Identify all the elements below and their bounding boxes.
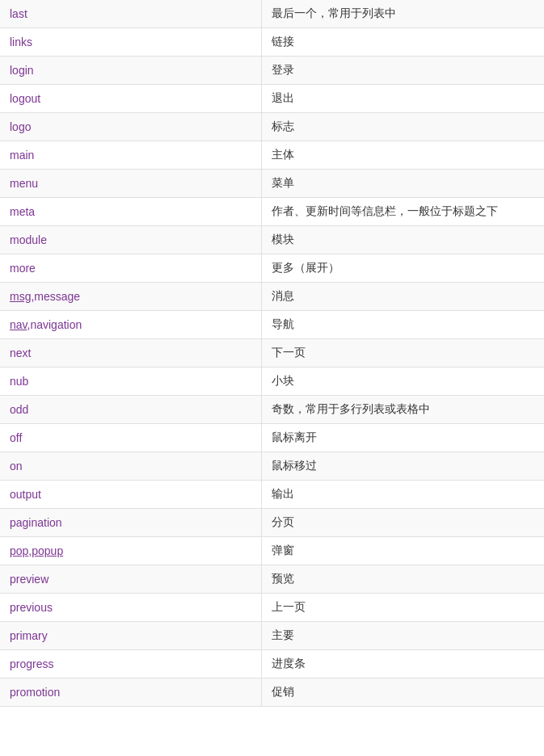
value-cell: 上一页	[261, 594, 544, 622]
table-row: progress进度条	[0, 650, 544, 678]
table-row: output输出	[0, 481, 544, 509]
key-cell: promotion	[0, 678, 261, 707]
table-row: nub小块	[0, 368, 544, 396]
key-link[interactable]: msg	[10, 290, 31, 303]
table-row: main主体	[0, 141, 544, 170]
value-cell: 链接	[261, 28, 544, 57]
key-cell: primary	[0, 622, 261, 650]
value-cell: 主要	[261, 622, 544, 650]
value-cell: 退出	[261, 85, 544, 113]
value-cell: 分页	[261, 509, 544, 537]
key-cell: previous	[0, 594, 261, 622]
key-cell: last	[0, 0, 261, 28]
value-cell: 小块	[261, 368, 544, 396]
table-row: last最后一个，常用于列表中	[0, 0, 544, 28]
key-cell: nub	[0, 368, 261, 396]
key-cell: next	[0, 339, 261, 368]
table-row: menu菜单	[0, 170, 544, 198]
key-text: ,message	[31, 290, 80, 303]
value-cell: 奇数，常用于多行列表或表格中	[261, 396, 544, 424]
value-cell: 进度条	[261, 650, 544, 678]
table-row: pop,popup弹窗	[0, 537, 544, 565]
key-cell: links	[0, 28, 261, 57]
key-cell: output	[0, 481, 261, 509]
value-cell: 登录	[261, 57, 544, 85]
table-row: off鼠标离开	[0, 424, 544, 452]
key-link[interactable]: nav	[10, 318, 27, 331]
table-row: on鼠标移过	[0, 452, 544, 481]
table-row: more更多（展开）	[0, 254, 544, 283]
value-cell: 弹窗	[261, 537, 544, 565]
table-row: links链接	[0, 28, 544, 57]
key-cell: main	[0, 141, 261, 170]
key-cell: logo	[0, 113, 261, 141]
value-cell: 更多（展开）	[261, 254, 544, 283]
value-cell: 模块	[261, 226, 544, 254]
key-cell: menu	[0, 170, 261, 198]
key-cell: msg,message	[0, 283, 261, 311]
table-row: login登录	[0, 57, 544, 85]
table-row: logo标志	[0, 113, 544, 141]
key-cell: progress	[0, 650, 261, 678]
table-row: module模块	[0, 226, 544, 254]
value-cell: 鼠标移过	[261, 452, 544, 481]
value-cell: 作者、更新时间等信息栏，一般位于标题之下	[261, 198, 544, 226]
key-text: ,navigation	[27, 318, 82, 331]
value-cell: 标志	[261, 113, 544, 141]
table-row: meta作者、更新时间等信息栏，一般位于标题之下	[0, 198, 544, 226]
table-row: logout退出	[0, 85, 544, 113]
value-cell: 消息	[261, 283, 544, 311]
value-cell: 最后一个，常用于列表中	[261, 0, 544, 28]
key-cell: pop,popup	[0, 537, 261, 565]
key-cell: odd	[0, 396, 261, 424]
table-row: msg,message消息	[0, 283, 544, 311]
value-cell: 促销	[261, 678, 544, 707]
glossary-table: last最后一个，常用于列表中links链接login登录logout退出log…	[0, 0, 544, 707]
value-cell: 主体	[261, 141, 544, 170]
key-cell: login	[0, 57, 261, 85]
key-cell: on	[0, 452, 261, 481]
value-cell: 菜单	[261, 170, 544, 198]
table-row: previous上一页	[0, 594, 544, 622]
table-row: primary主要	[0, 622, 544, 650]
key-cell: off	[0, 424, 261, 452]
table-row: nav,navigation导航	[0, 311, 544, 339]
table-row: preview预览	[0, 565, 544, 594]
key-link[interactable]: pop	[10, 544, 28, 557]
value-cell: 输出	[261, 481, 544, 509]
table-row: next下一页	[0, 339, 544, 368]
value-cell: 下一页	[261, 339, 544, 368]
key-cell: module	[0, 226, 261, 254]
key-cell: more	[0, 254, 261, 283]
key-cell: preview	[0, 565, 261, 594]
value-cell: 预览	[261, 565, 544, 594]
table-row: promotion促销	[0, 678, 544, 707]
value-cell: 导航	[261, 311, 544, 339]
key-cell: pagination	[0, 509, 261, 537]
key-link2[interactable]: popup	[32, 544, 63, 557]
table-row: odd奇数，常用于多行列表或表格中	[0, 396, 544, 424]
key-cell: meta	[0, 198, 261, 226]
value-cell: 鼠标离开	[261, 424, 544, 452]
key-cell: logout	[0, 85, 261, 113]
table-row: pagination分页	[0, 509, 544, 537]
key-cell: nav,navigation	[0, 311, 261, 339]
